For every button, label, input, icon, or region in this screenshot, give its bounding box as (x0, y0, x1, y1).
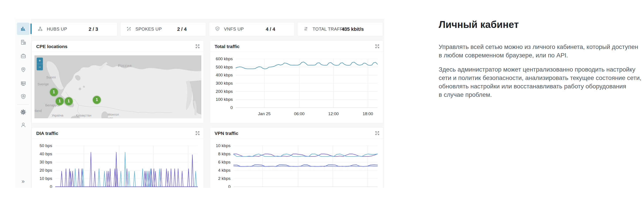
expand-icon[interactable] (374, 43, 380, 49)
map-country-label: Україна (52, 113, 64, 117)
page-title: Личный кабинет (439, 19, 644, 30)
sidebar-collapse-button[interactable]: » (15, 178, 31, 185)
user-icon (20, 122, 26, 129)
expand-icon[interactable] (374, 130, 380, 136)
svg-text:6 kbps: 6 kbps (218, 160, 230, 164)
shield-check-icon (215, 26, 220, 32)
gear-icon (20, 109, 26, 116)
panel-vpn-traffic: VPN traffic 10 kbps8 kbps6 kbps4 kbps2 k… (210, 127, 384, 188)
sidebar-item-organizations[interactable] (17, 36, 30, 49)
sidebar-item-dashboard[interactable] (17, 23, 30, 35)
stat-card-vnfs: VNFS UP 4 / 4 (209, 22, 294, 36)
cpe-cluster-marker[interactable]: 1 (56, 97, 64, 105)
svg-text:300 kbps: 300 kbps (216, 81, 233, 85)
svg-text:12:00: 12:00 (328, 112, 339, 116)
double-chevron-right-icon: » (22, 178, 24, 184)
expand-icon[interactable] (195, 130, 200, 136)
cpe-cluster-marker[interactable]: 1 (50, 88, 58, 96)
panel-header: VPN traffic (210, 128, 383, 138)
sidebar-item-locations[interactable] (17, 64, 30, 76)
svg-text:2 kbps: 2 kbps (218, 176, 230, 181)
sidebar-item-account[interactable] (17, 119, 30, 131)
map-zoom-out-button[interactable]: − (37, 64, 43, 70)
sidebar-divider (17, 104, 29, 105)
svg-text:18:00: 18:00 (363, 112, 373, 116)
shield-icon (20, 93, 26, 100)
stat-label: HUBS UP (47, 27, 67, 32)
hub-icon (38, 26, 43, 32)
map-pin-icon (20, 67, 26, 73)
stat-value: 2 / 3 (88, 26, 98, 32)
stat-label: SPOKES UP (136, 27, 162, 32)
panel-cpe-locations: CPE locations (32, 41, 204, 123)
svg-text:600 kbps: 600 kbps (216, 56, 233, 61)
panel-dia-traffic: DIA traffic 50 bps40 bps30 bps20 bps10 b… (32, 127, 204, 188)
cpe-map[interactable]: + − SuomiSverigeРоссияБеларусьDeutschlan… (34, 55, 201, 118)
panel-title: Total traffic (214, 44, 240, 49)
page: » HUBS UP 2 / 3 SPOKES UP 2 / 4 (0, 0, 644, 210)
panel-title: CPE locations (36, 44, 68, 49)
map-zoom-control: + − (37, 58, 43, 70)
stat-label: VNFS UP (224, 27, 244, 32)
cpe-cluster-marker[interactable]: 1 (93, 96, 101, 104)
panel-header: Total traffic (210, 41, 383, 52)
stats-row: HUBS UP 2 / 3 SPOKES UP 2 / 4 VNFS UP 4 … (32, 22, 383, 36)
svg-text:06:00: 06:00 (294, 112, 304, 116)
svg-text:0: 0 (230, 105, 233, 110)
stat-card-spokes: SPOKES UP 2 / 4 (120, 22, 206, 36)
bar-chart-icon (20, 25, 26, 32)
svg-text:100 kbps: 100 kbps (216, 97, 233, 102)
svg-text:500 kbps: 500 kbps (216, 65, 233, 69)
panel-title: DIA traffic (36, 131, 58, 136)
article: Личный кабинет Управлять всей сетью можн… (439, 19, 644, 99)
panel-header: DIA traffic (32, 128, 204, 138)
svg-text:8 kbps: 8 kbps (218, 152, 230, 156)
svg-text:10 bps: 10 bps (40, 176, 52, 181)
briefcase-icon (20, 53, 26, 60)
svg-text:0: 0 (50, 184, 52, 188)
stat-card-total-traffic: TOTAL TRAFFIC 435 kbit/s (297, 22, 383, 36)
svg-text:4 kbps: 4 kbps (218, 168, 230, 173)
sidebar: » (15, 19, 32, 188)
expand-icon[interactable] (195, 43, 200, 49)
map-country-label: Sverige (38, 82, 49, 86)
svg-text:Jan 25: Jan 25 (258, 112, 270, 116)
traffic-arrows-icon (303, 26, 308, 32)
sidebar-item-security[interactable] (17, 91, 30, 103)
stat-value: 435 kbit/s (342, 26, 364, 32)
map-zoom-in-button[interactable]: + (37, 58, 43, 64)
panel-total-traffic: Total traffic Jan 2506:0012:0018:00600 k… (210, 41, 384, 123)
sidebar-item-services[interactable] (17, 50, 30, 62)
svg-text:0: 0 (228, 184, 230, 188)
servers-icon (20, 80, 26, 87)
map-country-label: Deutschland (34, 109, 42, 112)
svg-text:50 bps: 50 bps (40, 143, 52, 148)
cpe-cluster-marker[interactable]: 1 (65, 97, 73, 105)
stat-value: 4 / 4 (266, 26, 275, 32)
stat-value: 2 / 4 (177, 26, 187, 32)
map-country-label: Россия (118, 64, 132, 68)
svg-text:200 kbps: 200 kbps (216, 89, 233, 94)
map-country-label: улс (108, 116, 113, 118)
sidebar-item-devices[interactable] (17, 77, 30, 90)
svg-text:40 bps: 40 bps (40, 152, 52, 156)
vpn-traffic-chart: 10 kbps8 kbps6 kbps4 kbps2 kbps0 (214, 141, 380, 188)
map-country-label: Монгол (108, 112, 119, 116)
panel-title: VPN traffic (214, 131, 238, 136)
building-icon (20, 39, 26, 46)
spokes-icon (126, 26, 132, 32)
map-country-label: Қазақстан (76, 113, 92, 117)
svg-text:400 kbps: 400 kbps (216, 73, 233, 77)
panel-header: CPE locations (32, 41, 204, 52)
stat-card-hubs: HUBS UP 2 / 3 (32, 22, 117, 36)
dia-traffic-chart: 50 bps40 bps30 bps20 bps10 bps0 (35, 141, 200, 188)
svg-text:30 bps: 30 bps (40, 160, 52, 164)
map-country-label: Suomi (46, 75, 56, 79)
article-paragraph-2: Здесь администратор может централизованн… (439, 65, 644, 99)
dashboard-screenshot: » HUBS UP 2 / 3 SPOKES UP 2 / 4 (15, 19, 384, 188)
svg-text:10 kbps: 10 kbps (216, 143, 230, 148)
sidebar-item-settings[interactable] (17, 106, 30, 119)
article-paragraph-1: Управлять всей сетью можно из личного ка… (439, 43, 644, 60)
total-traffic-chart: Jan 2506:0012:0018:00600 kbps500 kbps400… (214, 55, 380, 121)
svg-text:20 bps: 20 bps (40, 168, 52, 173)
